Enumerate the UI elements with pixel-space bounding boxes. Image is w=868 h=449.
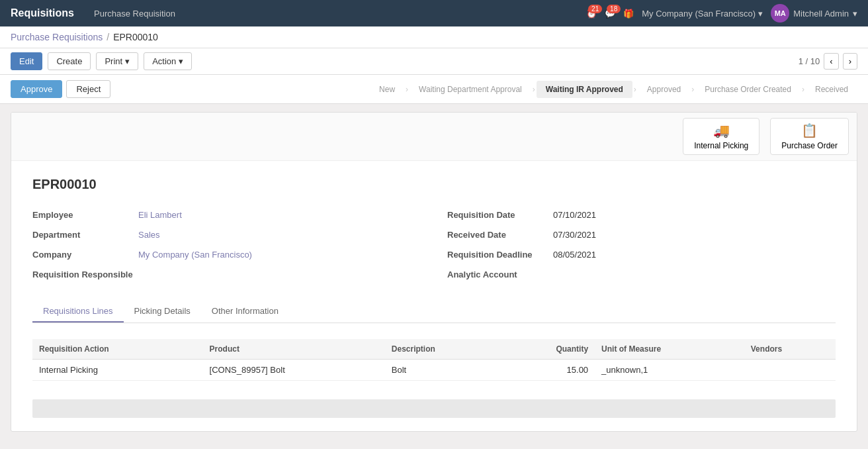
cell-unit-of-measure: _unknown,1 [595,360,744,381]
reject-button[interactable]: Reject [66,80,110,98]
purchase-order-label: Purchase Order [781,141,838,150]
col-product: Product [203,339,385,360]
cell-product: [CONS_89957] Bolt [203,360,385,381]
step-approved: Approved [638,81,690,98]
breadcrumb-parent[interactable]: Purchase Requisitions [11,32,103,42]
col-description: Description [385,339,501,360]
notifications-badge: 21 [588,5,602,13]
messages-badge: 18 [607,5,621,13]
employee-label: Employee [32,208,138,220]
clipboard-icon: 📋 [801,123,818,138]
analytic-account-label: Analytic Account [447,268,553,279]
step-new: New [370,81,404,98]
action-dropdown-icon: ▾ [179,56,183,66]
action-button[interactable]: Action ▾ [144,52,192,70]
notifications-icon[interactable]: ⏰ 21 [586,9,597,19]
internal-picking-label: Internal Picking [694,141,748,150]
step-waiting-ir: Waiting IR Approved [537,81,632,98]
received-date-value: 07/30/2021 [553,228,596,240]
smart-buttons-row: 🚚 Internal Picking 📋 Purchase Order [11,113,857,161]
user-name: Mitchell Admin [793,9,849,19]
requisition-deadline-field: Requisition Deadline 08/05/2021 [447,248,836,260]
tab-bar: Requisitions Lines Picking Details Other… [32,301,836,323]
truck-icon: 🚚 [713,123,730,138]
tab-picking-details[interactable]: Picking Details [124,301,201,323]
pagination-text: 1 / 10 [799,56,820,66]
requisition-date-value: 07/10/2021 [553,208,596,220]
edit-button[interactable]: Edit [11,52,42,70]
step-received: Received [806,81,857,98]
employee-field: Employee Eli Lambert [32,208,421,220]
employee-value[interactable]: Eli Lambert [138,208,182,220]
company-selector[interactable]: My Company (San Francisco) ▾ [642,9,763,19]
cell-quantity: 15.00 [501,360,595,381]
table-row[interactable]: Internal Picking [CONS_89957] Bolt Bolt … [32,360,836,381]
department-value[interactable]: Sales [138,228,160,240]
department-label: Department [32,228,138,240]
col-quantity: Quantity [501,339,595,360]
received-date-field: Received Date 07/30/2021 [447,228,836,240]
user-menu[interactable]: MA Mitchell Admin ▾ [771,4,857,23]
internal-picking-button[interactable]: 🚚 Internal Picking [683,118,760,155]
toolbar: Edit Create Print ▾ Action ▾ 1 / 10 ‹ › [0,48,868,75]
top-navigation: Requisitions Purchase Requisition ⏰ 21 💬… [0,0,868,26]
form-title: EPR00010 [32,177,836,192]
department-field: Department Sales [32,228,421,240]
print-button[interactable]: Print ▾ [96,52,138,70]
next-record-button[interactable]: › [843,53,857,70]
print-label: Print [105,56,122,66]
requisition-deadline-value: 08/05/2021 [553,248,596,260]
action-label: Action [152,56,176,66]
cell-requisition-action: Internal Picking [32,360,203,381]
step-po-created: Purchase Order Created [695,81,801,98]
requisition-responsible-field: Requisition Responsible [32,268,421,279]
step-waiting-dept: Waiting Department Approval [410,81,531,98]
page-breadcrumb: Purchase Requisitions / EPR00010 [0,26,868,48]
requisition-deadline-label: Requisition Deadline [447,248,553,260]
requisition-date-field: Requisition Date 07/10/2021 [447,208,836,220]
form-fields: Employee Eli Lambert Department Sales Co… [32,208,836,287]
form-card: 🚚 Internal Picking 📋 Purchase Order EPR0… [11,112,857,432]
avatar: MA [771,4,789,23]
app-brand: Requisitions [11,7,74,19]
status-bar: Approve Reject New › Waiting Department … [0,75,868,104]
col-vendors: Vendors [744,339,836,360]
company-value[interactable]: My Company (San Francisco) [138,248,252,260]
purchase-order-button[interactable]: 📋 Purchase Order [770,118,849,155]
approve-button[interactable]: Approve [11,80,62,98]
cell-vendors [744,360,836,381]
pagination: 1 / 10 ‹ › [799,53,857,70]
requisition-responsible-label: Requisition Responsible [32,268,138,279]
analytic-account-field: Analytic Account [447,268,836,279]
received-date-label: Received Date [447,228,553,240]
col-unit-of-measure: Unit of Measure [595,339,744,360]
bottom-bar [32,399,836,418]
gift-icon[interactable]: 🎁 [623,9,634,19]
requisition-date-label: Requisition Date [447,208,553,220]
breadcrumb-current: EPR00010 [113,32,158,42]
lines-table-container: Requisition Action Product Description Q… [32,339,836,381]
company-label: Company [32,248,138,260]
print-dropdown-icon: ▾ [125,56,130,66]
create-button[interactable]: Create [48,52,91,70]
cell-description: Bolt [385,360,501,381]
topnav-breadcrumb[interactable]: Purchase Requisition [94,9,175,19]
col-requisition-action: Requisition Action [32,339,203,360]
messages-icon[interactable]: 💬 18 [605,9,615,19]
topnav-right: ⏰ 21 💬 18 🎁 My Company (San Francisco) ▾… [586,4,857,23]
right-fields: Requisition Date 07/10/2021 Received Dat… [447,208,836,287]
breadcrumb-separator: / [107,32,109,42]
left-fields: Employee Eli Lambert Department Sales Co… [32,208,421,287]
form-body: EPR00010 Employee Eli Lambert Department… [11,161,857,339]
prev-record-button[interactable]: ‹ [824,53,838,70]
workflow-steps: New › Waiting Department Approval › Wait… [370,81,857,98]
company-name: My Company (San Francisco) [642,9,756,19]
lines-table: Requisition Action Product Description Q… [32,339,836,381]
company-field: Company My Company (San Francisco) [32,248,421,260]
tab-requisitions-lines[interactable]: Requisitions Lines [32,301,124,323]
main-content: 🚚 Internal Picking 📋 Purchase Order EPR0… [0,104,868,440]
user-dropdown-icon: ▾ [853,9,857,19]
company-dropdown-icon: ▾ [758,9,763,19]
tab-other-information[interactable]: Other Information [201,301,289,323]
table-header-row: Requisition Action Product Description Q… [32,339,836,360]
